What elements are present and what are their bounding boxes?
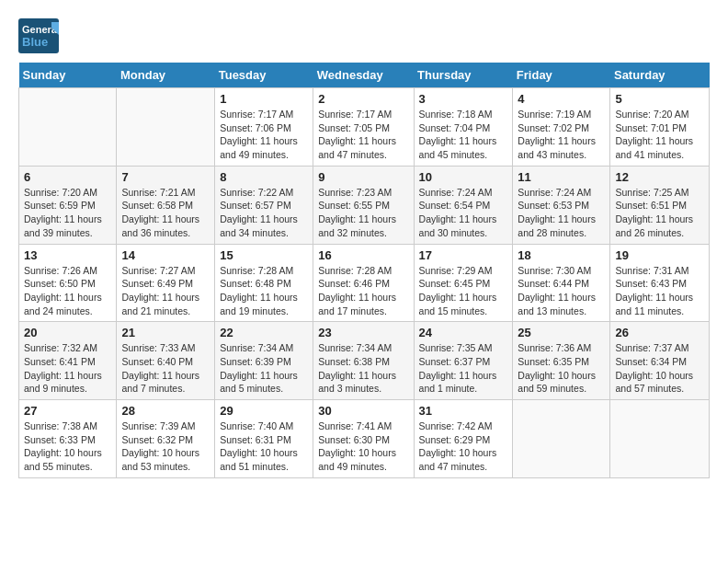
week-row-2: 6Sunrise: 7:20 AM Sunset: 6:59 PM Daylig… bbox=[19, 166, 710, 244]
day-number: 7 bbox=[121, 170, 210, 184]
day-number: 28 bbox=[121, 404, 210, 418]
day-number: 16 bbox=[318, 248, 408, 262]
week-row-4: 20Sunrise: 7:32 AM Sunset: 6:41 PM Dayli… bbox=[19, 322, 710, 400]
calendar-cell: 22Sunrise: 7:34 AM Sunset: 6:39 PM Dayli… bbox=[215, 322, 313, 400]
calendar-cell: 9Sunrise: 7:23 AM Sunset: 6:55 PM Daylig… bbox=[313, 166, 414, 244]
day-number: 8 bbox=[220, 170, 308, 184]
calendar-cell: 28Sunrise: 7:39 AM Sunset: 6:32 PM Dayli… bbox=[117, 400, 215, 478]
day-info: Sunrise: 7:29 AM Sunset: 6:45 PM Dayligh… bbox=[419, 264, 508, 318]
day-info: Sunrise: 7:28 AM Sunset: 6:46 PM Dayligh… bbox=[318, 264, 408, 318]
calendar-cell bbox=[610, 400, 710, 478]
day-info: Sunrise: 7:36 AM Sunset: 6:35 PM Dayligh… bbox=[518, 341, 605, 396]
day-info: Sunrise: 7:25 AM Sunset: 6:51 PM Dayligh… bbox=[615, 186, 704, 240]
day-info: Sunrise: 7:31 AM Sunset: 6:43 PM Dayligh… bbox=[615, 264, 704, 318]
day-info: Sunrise: 7:19 AM Sunset: 7:02 PM Dayligh… bbox=[518, 108, 605, 162]
day-number: 25 bbox=[518, 326, 605, 339]
week-row-5: 27Sunrise: 7:38 AM Sunset: 6:33 PM Dayli… bbox=[19, 400, 710, 478]
day-number: 17 bbox=[419, 248, 508, 262]
weekday-header-saturday: Saturday bbox=[610, 63, 710, 88]
day-number: 30 bbox=[318, 404, 408, 418]
calendar-cell: 31Sunrise: 7:42 AM Sunset: 6:29 PM Dayli… bbox=[414, 400, 513, 478]
calendar-cell: 4Sunrise: 7:19 AM Sunset: 7:02 PM Daylig… bbox=[513, 88, 610, 167]
calendar-cell: 30Sunrise: 7:41 AM Sunset: 6:30 PM Dayli… bbox=[313, 400, 414, 478]
day-info: Sunrise: 7:20 AM Sunset: 6:59 PM Dayligh… bbox=[24, 186, 111, 240]
day-info: Sunrise: 7:27 AM Sunset: 6:49 PM Dayligh… bbox=[121, 264, 210, 318]
day-info: Sunrise: 7:42 AM Sunset: 6:29 PM Dayligh… bbox=[419, 419, 508, 474]
day-info: Sunrise: 7:40 AM Sunset: 6:31 PM Dayligh… bbox=[220, 419, 308, 474]
calendar-cell: 10Sunrise: 7:24 AM Sunset: 6:54 PM Dayli… bbox=[414, 166, 513, 244]
logo: General Blue bbox=[18, 18, 61, 53]
day-number: 4 bbox=[518, 92, 605, 106]
day-number: 31 bbox=[419, 404, 508, 418]
day-info: Sunrise: 7:34 AM Sunset: 6:38 PM Dayligh… bbox=[318, 341, 408, 396]
day-number: 18 bbox=[518, 248, 605, 262]
day-info: Sunrise: 7:30 AM Sunset: 6:44 PM Dayligh… bbox=[518, 264, 605, 318]
day-number: 1 bbox=[220, 92, 308, 106]
calendar-cell: 7Sunrise: 7:21 AM Sunset: 6:58 PM Daylig… bbox=[117, 166, 215, 244]
day-info: Sunrise: 7:24 AM Sunset: 6:53 PM Dayligh… bbox=[518, 186, 605, 240]
calendar-cell: 2Sunrise: 7:17 AM Sunset: 7:05 PM Daylig… bbox=[313, 88, 414, 167]
calendar-cell: 16Sunrise: 7:28 AM Sunset: 6:46 PM Dayli… bbox=[313, 244, 414, 322]
day-number: 22 bbox=[220, 326, 308, 339]
calendar-cell: 11Sunrise: 7:24 AM Sunset: 6:53 PM Dayli… bbox=[513, 166, 610, 244]
calendar-cell: 13Sunrise: 7:26 AM Sunset: 6:50 PM Dayli… bbox=[19, 244, 117, 322]
day-info: Sunrise: 7:38 AM Sunset: 6:33 PM Dayligh… bbox=[24, 419, 111, 474]
calendar-table: SundayMondayTuesdayWednesdayThursdayFrid… bbox=[18, 63, 710, 478]
calendar-cell: 5Sunrise: 7:20 AM Sunset: 7:01 PM Daylig… bbox=[610, 88, 710, 167]
day-info: Sunrise: 7:22 AM Sunset: 6:57 PM Dayligh… bbox=[220, 186, 308, 240]
day-number: 21 bbox=[121, 326, 210, 339]
day-number: 6 bbox=[24, 170, 111, 184]
calendar-cell: 8Sunrise: 7:22 AM Sunset: 6:57 PM Daylig… bbox=[215, 166, 313, 244]
day-number: 11 bbox=[518, 170, 605, 184]
day-info: Sunrise: 7:17 AM Sunset: 7:05 PM Dayligh… bbox=[318, 108, 408, 162]
calendar-cell: 25Sunrise: 7:36 AM Sunset: 6:35 PM Dayli… bbox=[513, 322, 610, 400]
calendar-cell: 26Sunrise: 7:37 AM Sunset: 6:34 PM Dayli… bbox=[610, 322, 710, 400]
day-number: 27 bbox=[24, 404, 111, 418]
day-number: 24 bbox=[419, 326, 508, 339]
day-number: 12 bbox=[615, 170, 704, 184]
day-number: 29 bbox=[220, 404, 308, 418]
calendar-cell bbox=[117, 88, 215, 167]
calendar-cell: 21Sunrise: 7:33 AM Sunset: 6:40 PM Dayli… bbox=[117, 322, 215, 400]
day-info: Sunrise: 7:33 AM Sunset: 6:40 PM Dayligh… bbox=[121, 341, 210, 396]
svg-text:Blue: Blue bbox=[22, 35, 48, 49]
day-info: Sunrise: 7:41 AM Sunset: 6:30 PM Dayligh… bbox=[318, 419, 408, 474]
day-number: 13 bbox=[24, 248, 111, 262]
day-info: Sunrise: 7:32 AM Sunset: 6:41 PM Dayligh… bbox=[24, 341, 111, 396]
calendar-cell: 23Sunrise: 7:34 AM Sunset: 6:38 PM Dayli… bbox=[313, 322, 414, 400]
page-header: General Blue bbox=[18, 18, 710, 53]
day-number: 14 bbox=[121, 248, 210, 262]
day-number: 26 bbox=[615, 326, 704, 339]
day-info: Sunrise: 7:34 AM Sunset: 6:39 PM Dayligh… bbox=[220, 341, 308, 396]
day-number: 5 bbox=[615, 92, 704, 106]
week-row-3: 13Sunrise: 7:26 AM Sunset: 6:50 PM Dayli… bbox=[19, 244, 710, 322]
day-info: Sunrise: 7:18 AM Sunset: 7:04 PM Dayligh… bbox=[419, 108, 508, 162]
calendar-cell: 17Sunrise: 7:29 AM Sunset: 6:45 PM Dayli… bbox=[414, 244, 513, 322]
weekday-header-thursday: Thursday bbox=[414, 63, 513, 88]
calendar-cell: 12Sunrise: 7:25 AM Sunset: 6:51 PM Dayli… bbox=[610, 166, 710, 244]
day-info: Sunrise: 7:28 AM Sunset: 6:48 PM Dayligh… bbox=[220, 264, 308, 318]
day-number: 15 bbox=[220, 248, 308, 262]
calendar-cell: 14Sunrise: 7:27 AM Sunset: 6:49 PM Dayli… bbox=[117, 244, 215, 322]
calendar-cell: 18Sunrise: 7:30 AM Sunset: 6:44 PM Dayli… bbox=[513, 244, 610, 322]
day-number: 20 bbox=[24, 326, 111, 339]
day-info: Sunrise: 7:24 AM Sunset: 6:54 PM Dayligh… bbox=[419, 186, 508, 240]
calendar-cell bbox=[19, 88, 117, 167]
day-number: 9 bbox=[318, 170, 408, 184]
day-number: 2 bbox=[318, 92, 408, 106]
weekday-header-tuesday: Tuesday bbox=[215, 63, 313, 88]
logo-icon: General Blue bbox=[18, 18, 59, 53]
day-number: 10 bbox=[419, 170, 508, 184]
calendar-cell: 1Sunrise: 7:17 AM Sunset: 7:06 PM Daylig… bbox=[215, 88, 313, 167]
weekday-header-monday: Monday bbox=[117, 63, 215, 88]
calendar-cell: 6Sunrise: 7:20 AM Sunset: 6:59 PM Daylig… bbox=[19, 166, 117, 244]
weekday-header-sunday: Sunday bbox=[19, 63, 117, 88]
day-info: Sunrise: 7:39 AM Sunset: 6:32 PM Dayligh… bbox=[121, 419, 210, 474]
calendar-cell bbox=[513, 400, 610, 478]
calendar-cell: 3Sunrise: 7:18 AM Sunset: 7:04 PM Daylig… bbox=[414, 88, 513, 167]
day-info: Sunrise: 7:37 AM Sunset: 6:34 PM Dayligh… bbox=[615, 341, 704, 396]
weekday-header-row: SundayMondayTuesdayWednesdayThursdayFrid… bbox=[19, 63, 710, 88]
calendar-cell: 19Sunrise: 7:31 AM Sunset: 6:43 PM Dayli… bbox=[610, 244, 710, 322]
day-number: 19 bbox=[615, 248, 704, 262]
day-info: Sunrise: 7:21 AM Sunset: 6:58 PM Dayligh… bbox=[121, 186, 210, 240]
